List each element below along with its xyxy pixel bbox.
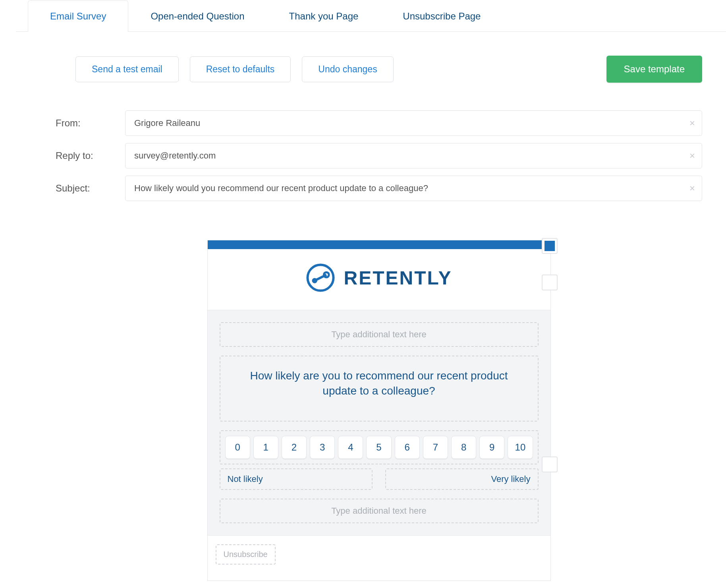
question-text[interactable]: How likely are you to recommend our rece… (220, 356, 539, 422)
subject-input[interactable] (125, 176, 702, 201)
clear-replyto-icon[interactable]: × (689, 150, 695, 161)
subject-label: Subject: (56, 183, 125, 194)
score-style-picker[interactable] (542, 456, 558, 472)
additional-text-top[interactable]: Type additional text here (220, 322, 539, 347)
logo-zone[interactable]: RETENTLY (208, 249, 550, 310)
from-label: From: (56, 118, 125, 129)
high-label[interactable]: Very likely (385, 468, 538, 490)
toolbar: Send a test email Reset to defaults Undo… (16, 32, 726, 99)
unsubscribe-text[interactable]: Unsubscribe (216, 544, 276, 565)
reset-defaults-button[interactable]: Reset to defaults (190, 56, 291, 82)
clear-from-icon[interactable]: × (689, 118, 695, 129)
tab-thank-you[interactable]: Thank you Page (267, 0, 381, 32)
send-test-button[interactable]: Send a test email (75, 56, 179, 82)
score-5-button[interactable]: 5 (366, 436, 391, 459)
score-8-button[interactable]: 8 (451, 436, 476, 459)
additional-text-bottom[interactable]: Type additional text here (220, 499, 539, 523)
score-row: 0 1 2 3 4 5 6 7 8 9 10 (220, 430, 539, 464)
save-template-button[interactable]: Save template (606, 56, 702, 83)
score-9-button[interactable]: 9 (479, 436, 504, 459)
brand-color-swatch-icon (544, 241, 555, 251)
replyto-label: Reply to: (56, 150, 125, 161)
score-1-button[interactable]: 1 (253, 436, 278, 459)
logo-picker[interactable] (542, 275, 558, 290)
email-meta-form: From: × Reply to: × Subject: × (16, 99, 726, 212)
clear-subject-icon[interactable]: × (689, 183, 695, 194)
brand-color-bar (208, 240, 550, 249)
tab-open-ended[interactable]: Open-ended Question (128, 0, 266, 32)
score-6-button[interactable]: 6 (395, 436, 420, 459)
email-preview: RETENTLY Type additional text here How l… (207, 240, 551, 581)
from-input[interactable] (125, 110, 702, 136)
low-label[interactable]: Not likely (220, 468, 373, 490)
score-7-button[interactable]: 7 (423, 436, 448, 459)
logo-text: RETENTLY (344, 267, 452, 289)
score-3-button[interactable]: 3 (310, 436, 335, 459)
score-2-button[interactable]: 2 (282, 436, 307, 459)
score-0-button[interactable]: 0 (225, 436, 250, 459)
tab-unsubscribe[interactable]: Unsubscribe Page (380, 0, 503, 32)
brand-color-picker[interactable] (542, 238, 558, 254)
tabs-bar: Email Survey Open-ended Question Thank y… (16, 0, 726, 32)
replyto-input[interactable] (125, 143, 702, 168)
tab-email-survey[interactable]: Email Survey (28, 0, 128, 32)
score-4-button[interactable]: 4 (338, 436, 363, 459)
score-10-button[interactable]: 10 (508, 436, 533, 459)
undo-changes-button[interactable]: Undo changes (302, 56, 393, 82)
retently-logo-icon (306, 263, 335, 292)
